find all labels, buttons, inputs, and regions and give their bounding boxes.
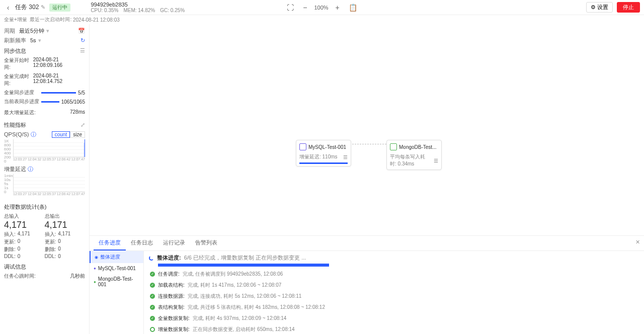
nav-mysql[interactable]: ●MySQL-Test-001 bbox=[90, 263, 143, 274]
check-icon: ✓ bbox=[150, 283, 155, 288]
debug-section-title: 调试信息 bbox=[4, 263, 85, 271]
list-icon[interactable]: ☰ bbox=[80, 47, 85, 55]
target-node[interactable]: MongoDB-Test... 平均每条写入耗时: 0.34ms☰ bbox=[386, 140, 442, 170]
mysql-icon: ● bbox=[94, 266, 96, 271]
check-icon: ✓ bbox=[150, 294, 155, 299]
task-number: 302 bbox=[29, 4, 39, 11]
spinner-icon bbox=[149, 256, 154, 261]
fit-icon[interactable]: ⛶ bbox=[285, 4, 296, 12]
count-tab[interactable]: count bbox=[52, 131, 70, 138]
task-hash: 994929eb2835 bbox=[91, 2, 185, 8]
bottom-panel: 任务进度 任务日志 运行记录 告警列表 ✕ ◉整体进度 ●MySQL-Test-… bbox=[90, 235, 644, 334]
total-input: 4,171 bbox=[4, 220, 45, 230]
progress-detail: 整体进度: 6/6 已经完成，增量数据复制 正在同步数据变更 ... ✓任务调度… bbox=[144, 251, 644, 334]
perf-section-title: 性能指标 bbox=[4, 121, 26, 129]
source-node[interactable]: MySQL-Test-001 增量延迟: 110ms☰ bbox=[296, 140, 351, 166]
expand-icon[interactable]: ⤢ bbox=[80, 122, 85, 128]
gc-value: 0.25% bbox=[171, 8, 185, 13]
last-start-time: 2024-08-21 12:08:03 bbox=[73, 17, 120, 23]
globe-icon: ◉ bbox=[95, 255, 98, 260]
mongodb-icon: ● bbox=[94, 280, 96, 284]
mem-value: 14.82% bbox=[138, 8, 155, 13]
settings-button[interactable]: ⚙ 设置 bbox=[586, 2, 613, 13]
tab-logs[interactable]: 任务日志 bbox=[126, 236, 158, 251]
mysql-icon bbox=[299, 143, 306, 150]
tab-records[interactable]: 运行记录 bbox=[158, 236, 190, 251]
close-icon[interactable]: ✕ bbox=[635, 239, 640, 245]
mongodb-icon bbox=[390, 143, 397, 150]
info-icon[interactable]: ⓘ bbox=[28, 166, 33, 172]
delay-chart: 1min10s5s1s0 12:03:2712:04:3212:05:3712:… bbox=[4, 174, 85, 198]
top-bar: ‹ 任务 302 ✎ 运行中 994929eb2835 CPU: 0.35% M… bbox=[0, 0, 644, 15]
size-tab[interactable]: size bbox=[70, 131, 85, 138]
sync-mode: 全量+增量 bbox=[4, 16, 27, 23]
sync-section-title: 同步信息 bbox=[4, 47, 26, 55]
stats-section-title: 处理数据统计(条) bbox=[4, 203, 85, 211]
back-icon[interactable]: ‹ bbox=[4, 4, 12, 12]
reload-icon[interactable]: ↻ bbox=[80, 37, 85, 44]
list-icon[interactable]: ☰ bbox=[434, 158, 438, 163]
list-icon[interactable]: ☰ bbox=[343, 154, 348, 160]
calendar-icon[interactable]: 📅 bbox=[78, 28, 85, 34]
qps-chart: 1K8006004002000 12:03:2712:04:3212:05:37… bbox=[4, 139, 85, 163]
running-icon bbox=[150, 327, 155, 332]
nav-mongodb[interactable]: ●MongoDB-Test-001 bbox=[90, 274, 143, 290]
status-badge: 运行中 bbox=[49, 4, 70, 12]
overall-progress-bar bbox=[158, 264, 329, 267]
stop-button[interactable]: 停止 bbox=[617, 2, 640, 13]
zoom-in-button[interactable]: + bbox=[334, 4, 342, 12]
info-icon[interactable]: ⓘ bbox=[31, 131, 36, 137]
zoom-value: 100% bbox=[314, 5, 328, 11]
check-icon: ✓ bbox=[150, 305, 155, 310]
cpu-value: 0.35% bbox=[104, 8, 118, 13]
refresh-select[interactable]: 5s bbox=[30, 37, 36, 43]
nav-overall[interactable]: ◉整体进度 bbox=[90, 251, 143, 263]
progress-nav: ◉整体进度 ●MySQL-Test-001 ●MongoDB-Test-001 bbox=[90, 251, 144, 334]
zoom-out-button[interactable]: − bbox=[301, 4, 309, 12]
total-output: 4,171 bbox=[45, 220, 86, 230]
left-sidebar: 周期最近5分钟▾ 📅 刷新频率5s▾ ↻ 同步信息☰ 全量开始时间:2024-0… bbox=[0, 24, 90, 334]
clipboard-icon[interactable]: 📋 bbox=[347, 4, 359, 12]
pipeline-canvas[interactable]: MySQL-Test-001 增量延迟: 110ms☰ MongoDB-Test… bbox=[90, 24, 644, 235]
check-icon: ✓ bbox=[150, 272, 155, 277]
tab-progress[interactable]: 任务进度 bbox=[94, 236, 126, 251]
edit-icon[interactable]: ✎ bbox=[41, 4, 45, 11]
period-select[interactable]: 最近5分钟 bbox=[19, 28, 44, 34]
check-icon: ✓ bbox=[150, 316, 155, 321]
task-label: 任务 bbox=[15, 4, 27, 11]
tab-alerts[interactable]: 告警列表 bbox=[190, 236, 222, 251]
